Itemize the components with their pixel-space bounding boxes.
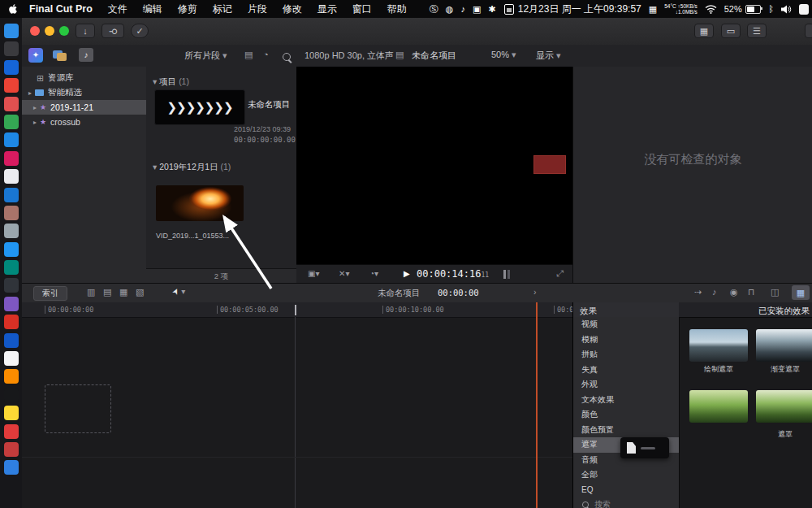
menu-window[interactable]: 窗口 xyxy=(352,2,372,16)
skimmer-line[interactable] xyxy=(536,302,538,508)
menu-trim[interactable]: 修剪 xyxy=(178,2,197,16)
effects-category-tiling[interactable]: 拼贴 xyxy=(573,347,679,363)
browser-section-event-date[interactable]: ▾ 2019年12月1日 (1) xyxy=(153,162,231,173)
menu-edit[interactable]: 编辑 xyxy=(143,2,162,16)
effects-category-text[interactable]: 文本效果 xyxy=(573,393,679,408)
play-button[interactable]: ▶ xyxy=(404,269,410,278)
retime-dropdown[interactable]: ◔▾ xyxy=(369,269,378,278)
dock-app-icon[interactable] xyxy=(4,97,19,111)
effect-thumb-draw-mask[interactable] xyxy=(689,329,748,362)
menu-help[interactable]: 帮助 xyxy=(387,2,407,16)
volume-icon[interactable] xyxy=(781,5,792,14)
timeline[interactable]: 00:00:00:00 00:00:05:00.00 00:00:10:00.0… xyxy=(22,302,572,508)
effects-category-color-presets[interactable]: 颜色预置 xyxy=(573,423,679,438)
close-button[interactable] xyxy=(30,26,40,36)
fullscreen-icon[interactable]: ⤢ xyxy=(556,268,564,279)
disclosure-icon[interactable]: ▸ xyxy=(33,119,37,126)
status-swirl-icon[interactable]: ✱ xyxy=(488,4,495,15)
playhead-marker[interactable] xyxy=(295,305,296,315)
duration-slider-icon[interactable]: ◔ xyxy=(263,50,269,59)
pointer-tool-dropdown[interactable]: ➤ ▾ xyxy=(172,287,185,296)
dock-app-icon[interactable] xyxy=(4,315,19,329)
menu-modify[interactable]: 修改 xyxy=(283,2,302,16)
solo-toggle-icon[interactable]: ◉ xyxy=(730,287,738,297)
transitions-browser-icon[interactable]: ◫ xyxy=(771,287,779,297)
dock-app-icon[interactable] xyxy=(4,260,19,275)
view-options-dropdown[interactable]: ▣▾ xyxy=(308,269,319,278)
clip-name-label[interactable]: VID_2019...1_01553... xyxy=(156,232,244,240)
effects-category-eq[interactable]: EQ xyxy=(573,483,679,498)
append-tool-icon[interactable]: ▥ xyxy=(87,287,95,297)
zoom-button[interactable] xyxy=(59,26,69,36)
keyword-editor-button[interactable]: ⚲ xyxy=(102,24,124,38)
disclosure-icon[interactable]: ▸ xyxy=(33,104,37,111)
search-icon[interactable] xyxy=(283,51,291,61)
status-music-icon[interactable]: ♪ xyxy=(460,4,465,14)
background-tasks-button[interactable]: ✓ xyxy=(131,24,149,38)
dock-app-icon[interactable] xyxy=(4,41,19,56)
effects-category-distortion[interactable]: 失真 xyxy=(573,363,679,378)
menubar-datetime[interactable]: 12月23日 周一 上午09:39:57 xyxy=(518,2,641,16)
dock-app-icon[interactable] xyxy=(4,369,19,384)
timeline-ruler[interactable]: 00:00:00:00 00:00:05:00.00 00:00:10:00.0… xyxy=(22,302,572,318)
dock-app-icon[interactable] xyxy=(4,406,19,420)
effects-category-all[interactable]: 全部 xyxy=(573,467,679,483)
timeline-project-name[interactable]: 未命名项目 xyxy=(378,288,421,299)
sidebar-item-smart-collection[interactable]: ▸ 智能精选 xyxy=(22,85,146,100)
workspace-edit-button[interactable]: ☰ xyxy=(747,24,767,38)
calendar-icon[interactable] xyxy=(504,4,514,15)
status-display-icon[interactable]: ▣ xyxy=(473,4,481,15)
dock-app-icon[interactable] xyxy=(4,206,19,220)
browser-section-projects[interactable]: ▾ 项目 (1) xyxy=(153,76,189,88)
clip-thumbnail-fire[interactable] xyxy=(156,185,244,221)
workspace-organize-button[interactable]: ▭ xyxy=(721,24,741,38)
snapping-toggle-icon[interactable]: ⊓ xyxy=(748,287,755,297)
disclosure-open-icon[interactable]: ▾ xyxy=(153,162,157,172)
wifi-icon[interactable] xyxy=(705,5,717,14)
status-window-grid-icon[interactable]: ▦ xyxy=(649,4,657,15)
project-info-icon[interactable]: ▤ xyxy=(395,50,404,60)
clip-appearance-icon[interactable]: ▤ xyxy=(244,50,253,60)
dock-app-icon[interactable] xyxy=(4,224,19,238)
dock-app-icon[interactable] xyxy=(4,115,19,129)
overlays-dropdown[interactable]: ✕▾ xyxy=(339,269,349,278)
effects-browser-toggle[interactable]: ▦ xyxy=(792,285,810,300)
battery-icon[interactable] xyxy=(745,5,762,14)
dock-app-icon[interactable] xyxy=(4,278,19,293)
skimming-toggle-icon[interactable]: ⇢ xyxy=(694,287,702,297)
connect-tool-icon[interactable]: ▦ xyxy=(119,287,127,297)
sidebar-item-event-2019-11-21[interactable]: ▸ ★ 2019-11-21 xyxy=(22,100,146,115)
project-name-label[interactable]: 未命名项目 xyxy=(248,99,291,111)
sidebar-media-icon[interactable]: ✦ xyxy=(28,48,43,63)
dock-app-icon[interactable] xyxy=(4,188,19,202)
menu-clip[interactable]: 片段 xyxy=(248,2,267,16)
dock-app-icon[interactable] xyxy=(4,242,19,257)
effects-category-color[interactable]: 颜色 xyxy=(573,407,679,423)
audio-skimming-toggle-icon[interactable]: ♪ xyxy=(712,287,717,297)
sidebar-item-library[interactable]: ⊞ 资源库 xyxy=(22,71,146,85)
menubar-app-name[interactable]: Final Cut Pro xyxy=(29,3,93,15)
dock-app-icon[interactable] xyxy=(4,132,19,147)
effects-category-looks[interactable]: 外观 xyxy=(573,377,679,393)
audio-meter-bar[interactable] xyxy=(503,270,506,279)
insert-tool-icon[interactable]: ▤ xyxy=(103,287,111,297)
workspace-default-button[interactable]: ▦ xyxy=(694,24,714,38)
chevron-right-icon[interactable]: › xyxy=(533,287,537,297)
apple-logo-icon[interactable] xyxy=(8,3,18,15)
dock-app-icon[interactable] xyxy=(4,24,19,38)
dock-app-icon[interactable] xyxy=(4,297,19,311)
menu-file[interactable]: 文件 xyxy=(108,2,127,16)
dock-app-icon[interactable] xyxy=(4,151,19,166)
effect-thumb-mask-3[interactable] xyxy=(689,390,748,423)
input-source-icon[interactable] xyxy=(799,4,809,15)
dock-app-icon[interactable] xyxy=(4,388,19,402)
index-button[interactable]: 索引 xyxy=(33,286,67,301)
status-s-icon[interactable]: Ⓢ xyxy=(430,3,438,15)
dock-app-icon[interactable] xyxy=(4,351,19,366)
dock-app-icon[interactable] xyxy=(4,442,19,457)
viewer-zoom-dropdown[interactable]: 50% ▾ xyxy=(491,50,516,60)
dock-app-icon[interactable] xyxy=(4,60,19,75)
menu-view[interactable]: 显示 xyxy=(317,2,337,16)
effect-thumb-mask-4[interactable] xyxy=(756,390,812,423)
dock-app-icon[interactable] xyxy=(4,460,19,475)
